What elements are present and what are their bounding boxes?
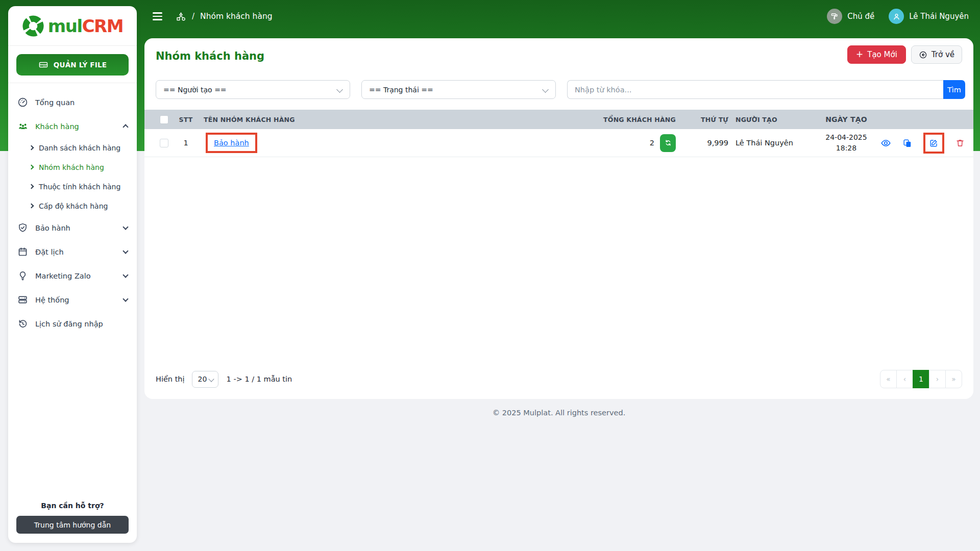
help-center-button[interactable]: Trung tâm hướng dẫn	[16, 516, 129, 534]
sidebar-help-area: Bạn cần hỗ trợ? Trung tâm hướng dẫn	[8, 502, 137, 543]
creator-filter-value: == Người tạo ==	[163, 86, 227, 94]
sitemap-icon[interactable]	[176, 11, 186, 22]
show-label: Hiển thị	[156, 375, 185, 383]
user-menu[interactable]: Lê Thái Nguyên	[889, 9, 969, 24]
group-name-link[interactable]: Bảo hành	[214, 139, 249, 147]
main-content-card: Nhóm khách hàng + Tạo Mới Trở về == Ngườ…	[144, 38, 973, 399]
sidebar-item-marketing-zalo[interactable]: Marketing Zalo	[8, 264, 137, 288]
chevron-up-icon	[122, 124, 128, 130]
sidebar-subitem-danh-sach-khach-hang[interactable]: Danh sách khách hàng	[8, 138, 137, 158]
sidebar-subitem-thuoc-tinh-khach-hang[interactable]: Thuộc tính khách hàng	[8, 177, 137, 196]
header-tong-khach-hang: TỔNG KHÁCH HÀNG	[502, 116, 678, 123]
file-manager-label: QUẢN LÝ FILE	[54, 61, 107, 69]
row-time: 18:28	[836, 144, 856, 152]
harddrive-icon	[38, 60, 48, 70]
history-icon	[17, 318, 28, 329]
trash-icon	[955, 138, 965, 147]
user-avatar-icon	[889, 9, 904, 24]
page-title: Nhóm khách hàng	[156, 50, 264, 62]
theme-label: Chủ đề	[847, 12, 874, 21]
topbar: / Nhóm khách hàng Chủ đề Lê Thái Nguyên	[144, 0, 980, 33]
sidebar-item-label: Hệ thống	[35, 296, 69, 304]
back-label: Trở về	[932, 50, 954, 59]
help-text: Bạn cần hỗ trợ?	[16, 502, 129, 510]
back-button[interactable]: Trở về	[911, 45, 962, 64]
card-header: Nhóm khách hàng + Tạo Mới Trở về	[144, 38, 973, 64]
sidebar-subitem-label: Nhóm khách hàng	[39, 163, 104, 171]
brand-logo-icon	[22, 15, 44, 37]
hamburger-icon[interactable]	[152, 10, 163, 22]
annotation-box-edit	[923, 133, 944, 154]
brand-name-crm: CRM	[82, 16, 123, 36]
breadcrumb-separator: /	[192, 12, 194, 21]
delete-button[interactable]	[955, 138, 965, 147]
server-icon	[17, 294, 28, 305]
creator-filter-select[interactable]: == Người tạo ==	[156, 80, 350, 99]
chevron-right-icon	[29, 164, 34, 169]
copy-button[interactable]	[902, 138, 912, 148]
header-ngay-tao: NGÀY TẠO	[818, 114, 874, 125]
sidebar-item-label: Marketing Zalo	[35, 272, 91, 280]
sidebar-subitem-label: Thuộc tính khách hàng	[39, 183, 120, 191]
pagination-last[interactable]: »	[945, 370, 962, 388]
select-all-checkbox[interactable]	[160, 115, 168, 124]
create-new-button[interactable]: + Tạo Mới	[847, 45, 906, 64]
theme-switcher[interactable]: Chủ đề	[827, 9, 874, 24]
sidebar-subitem-cap-do-khach-hang[interactable]: Cấp độ khách hàng	[8, 196, 137, 216]
search-input[interactable]	[567, 80, 943, 99]
status-filter-select[interactable]: == Trạng thái ==	[361, 80, 556, 99]
row-actions	[874, 133, 973, 154]
page-size-select[interactable]: 20	[192, 371, 218, 388]
sidebar-item-bao-hanh[interactable]: Bảo hành	[8, 216, 137, 240]
sidebar-item-lich-su-dang-nhap[interactable]: Lịch sử đăng nhập	[8, 312, 137, 336]
view-button[interactable]	[880, 138, 891, 148]
edit-button[interactable]	[929, 138, 939, 148]
pagination-prev[interactable]: ‹	[896, 370, 913, 388]
row-creator: Lê Thái Nguyên	[731, 139, 818, 147]
sidebar-item-label: Lịch sử đăng nhập	[35, 320, 103, 328]
chevron-right-icon	[29, 145, 34, 150]
row-date: 24-04-2025	[825, 133, 867, 141]
sidebar-item-khach-hang[interactable]: Khách hàng	[8, 114, 137, 138]
file-manager-button[interactable]: QUẢN LÝ FILE	[16, 54, 129, 76]
users-icon	[17, 121, 28, 132]
paint-roller-icon	[827, 9, 842, 24]
sidebar-item-label: Khách hàng	[35, 122, 79, 131]
sidebar-subitem-label: Cấp độ khách hàng	[39, 202, 108, 210]
plus-icon: +	[856, 50, 863, 59]
sidebar-item-he-thong[interactable]: Hệ thống	[8, 288, 137, 312]
sidebar-item-dat-lich[interactable]: Đặt lịch	[8, 240, 137, 264]
lightbulb-icon	[17, 270, 28, 281]
header-ten-nhom: TÊN NHÓM KHÁCH HÀNG	[199, 116, 502, 123]
page-size-value: 20	[198, 375, 207, 383]
gauge-icon	[17, 97, 28, 108]
table-footer: Hiển thị 20 1 -> 1 / 1 mẫu tin « ‹ 1 › »	[156, 370, 962, 388]
calendar-icon	[17, 246, 28, 257]
row-total-customers: 2	[650, 139, 654, 147]
sidebar-subitem-label: Danh sách khách hàng	[39, 144, 120, 152]
header-stt: STT	[173, 116, 199, 123]
copy-icon	[902, 138, 912, 148]
brand-logo[interactable]: mulCRM	[8, 6, 137, 46]
pagination: « ‹ 1 › »	[880, 370, 962, 388]
chevron-down-icon	[122, 296, 128, 302]
pagination-first[interactable]: «	[880, 370, 897, 388]
pagination-page-1[interactable]: 1	[913, 370, 929, 388]
refresh-button[interactable]	[660, 134, 676, 152]
sidebar-item-label: Đặt lịch	[35, 248, 64, 256]
chevron-down-icon	[122, 248, 128, 254]
range-text: 1 -> 1 / 1 mẫu tin	[227, 375, 292, 383]
row-checkbox[interactable]	[160, 139, 168, 147]
table-row: 1 Bảo hành 2 9,999 Lê Thái N	[144, 129, 973, 157]
sidebar-item-tong-quan[interactable]: Tổng quan	[8, 90, 137, 114]
brand-name-mul: mul	[48, 16, 82, 36]
edit-icon	[929, 138, 939, 148]
search-button[interactable]: Tìm	[943, 80, 965, 99]
back-circle-icon	[919, 51, 927, 59]
sidebar-subitem-nhom-khach-hang[interactable]: Nhóm khách hàng	[8, 158, 137, 177]
pagination-next[interactable]: ›	[929, 370, 946, 388]
data-table: STT TÊN NHÓM KHÁCH HÀNG TỔNG KHÁCH HÀNG …	[144, 110, 973, 157]
create-new-label: Tạo Mới	[867, 50, 897, 59]
eye-icon	[880, 138, 891, 148]
sidebar: mulCRM QUẢN LÝ FILE Tổng quan	[8, 6, 137, 543]
